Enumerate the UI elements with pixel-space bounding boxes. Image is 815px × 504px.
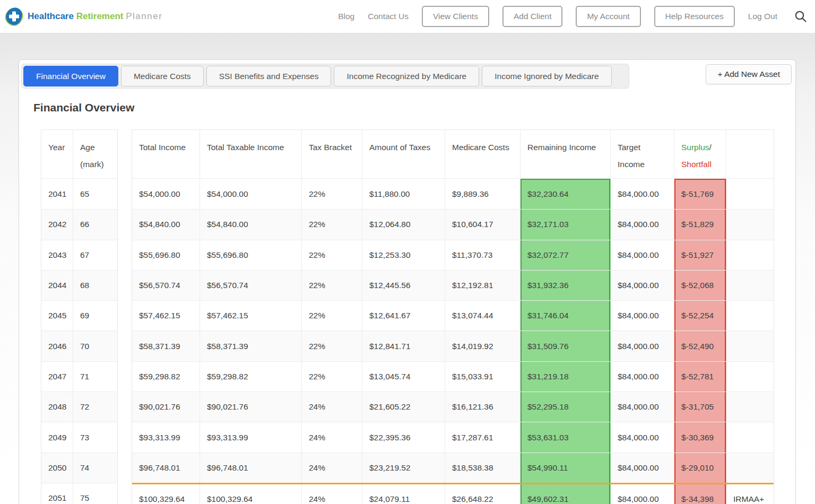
- year-cell: 2047: [41, 362, 73, 392]
- medicare-costs-cell: $16,121.36: [445, 392, 521, 422]
- surplus-shortfall-cell: $-31,705: [674, 392, 726, 422]
- note-cell: [726, 331, 774, 361]
- remaining-income-cell: $32,072.77: [521, 240, 611, 270]
- tab-income-recognized-by-medicare[interactable]: Income Recognized by Medicare: [334, 66, 479, 86]
- year-age-row-2045: 204569: [41, 300, 117, 331]
- surplus-shortfall-cell: $-30,369: [674, 422, 726, 452]
- surplus-shortfall-cell: $-52,490: [674, 331, 726, 361]
- search-icon[interactable]: [794, 10, 808, 23]
- tab-ssi-benefits-and-expenses[interactable]: SSI Benefits and Expenses: [206, 66, 332, 86]
- total-income-cell: $57,462.15: [132, 301, 200, 331]
- amount-of-taxes-cell: $23,219.52: [362, 453, 445, 483]
- total-income-cell: $96,748.01: [132, 453, 200, 483]
- tax-bracket-cell: 22%: [302, 362, 362, 392]
- target-income-cell: $84,000.00: [611, 453, 674, 483]
- amount-of-taxes-cell: $11,880.00: [362, 179, 445, 209]
- col-header-remaining-income: Remaining Income: [521, 130, 611, 178]
- table-row-2042: $54,840.00$54,840.0022%$12,064.80$10,604…: [132, 209, 774, 239]
- year-age-row-2051: 205175: [41, 483, 117, 504]
- year-age-row-2046: 204670: [41, 331, 117, 361]
- year-age-table-body: 2041652042662043672044682045692046702047…: [41, 179, 117, 504]
- tax-bracket-cell: 24%: [302, 392, 362, 422]
- total-taxable-income-cell: $57,462.15: [200, 301, 302, 331]
- target-income-cell: $84,000.00: [611, 301, 674, 331]
- age-cell: 75: [73, 483, 117, 504]
- age-cell: 69: [73, 301, 117, 331]
- add-client-button[interactable]: Add Client: [502, 6, 563, 27]
- tax-bracket-cell: 22%: [302, 271, 362, 300]
- brand-logo-icon: [4, 6, 24, 27]
- target-income-cell: $84,000.00: [611, 362, 674, 392]
- col-header-target-income: Target Income: [611, 130, 674, 178]
- surplus-shortfall-cell: $-34,398: [674, 484, 726, 504]
- medicare-costs-cell: $14,019.92: [445, 331, 521, 361]
- tab-income-ignored-by-medicare[interactable]: Income Ignored by Medicare: [482, 66, 611, 86]
- table-row-2051: $100,329.64$100,329.6424%$24,079.11$26,6…: [132, 483, 774, 504]
- target-income-cell: $84,000.00: [611, 422, 674, 452]
- table-row-2045: $57,462.15$57,462.1522%$12,641.67$13,074…: [132, 300, 774, 331]
- financial-data-table: Total Income Total Taxable Income Tax Br…: [132, 129, 774, 504]
- medicare-costs-cell: $18,538.38: [445, 453, 521, 483]
- table-row-2047: $59,298.82$59,298.8222%$13,045.74$15,033…: [132, 361, 774, 392]
- col-header-total-taxable-income: Total Taxable Income: [200, 130, 302, 178]
- my-account-button[interactable]: My Account: [576, 6, 640, 27]
- target-income-cell: $84,000.00: [611, 392, 674, 422]
- medicare-costs-cell: $17,287.61: [445, 422, 521, 452]
- total-income-cell: $56,570.74: [132, 271, 200, 300]
- medicare-costs-cell: $13,074.44: [445, 301, 521, 331]
- medicare-costs-cell: $10,604.17: [445, 210, 521, 239]
- remaining-income-cell: $53,631.03: [521, 422, 611, 452]
- surplus-shortfall-cell: $-52,781: [674, 362, 726, 392]
- year-cell: 2048: [41, 392, 73, 422]
- col-header-surplus-shortfall: Surplus/Shortfall: [674, 130, 726, 178]
- note-cell: [726, 392, 774, 422]
- amount-of-taxes-cell: $12,064.80: [362, 210, 445, 239]
- total-taxable-income-cell: $100,329.64: [200, 484, 302, 504]
- total-income-cell: $100,329.64: [132, 484, 200, 504]
- note-cell: [726, 240, 774, 270]
- view-clients-button[interactable]: View Clients: [422, 6, 489, 27]
- note-cell: [726, 422, 774, 452]
- medicare-costs-cell: $9,889.36: [445, 179, 521, 209]
- tab-medicare-costs[interactable]: Medicare Costs: [121, 66, 204, 86]
- age-cell: 68: [73, 271, 117, 300]
- note-cell: [726, 301, 774, 331]
- remaining-income-cell: $52,295.18: [521, 392, 611, 422]
- table-row-2046: $58,371.39$58,371.3922%$12,841.71$14,019…: [132, 331, 774, 361]
- amount-of-taxes-cell: $21,605.22: [362, 392, 445, 422]
- nav-link-contact-us[interactable]: Contact Us: [368, 12, 409, 21]
- financial-overview-tables: Year Age(mark) 2041652042662043672044682…: [41, 129, 774, 504]
- note-cell: [726, 453, 774, 483]
- note-cell: [726, 271, 774, 300]
- tax-bracket-cell: 22%: [302, 331, 362, 361]
- tab-strip: Financial Overview Medicare Costs SSI Be…: [21, 64, 629, 89]
- year-age-row-2049: 204973: [41, 422, 117, 452]
- nav-link-log-out[interactable]: Log Out: [748, 12, 777, 21]
- target-income-cell: $84,000.00: [611, 240, 674, 270]
- tab-financial-overview[interactable]: Financial Overview: [23, 66, 118, 86]
- remaining-income-cell: $31,746.04: [521, 301, 611, 331]
- nav-link-blog[interactable]: Blog: [338, 12, 354, 21]
- target-income-cell: $84,000.00: [611, 484, 674, 504]
- remaining-income-cell: $49,602.31: [521, 484, 611, 504]
- amount-of-taxes-cell: $12,445.56: [362, 271, 445, 300]
- year-age-row-2050: 205074: [41, 453, 117, 483]
- remaining-income-cell: $31,509.76: [521, 331, 611, 361]
- note-cell: [726, 179, 774, 209]
- col-header-notes: [726, 130, 774, 178]
- year-cell: 2044: [41, 271, 73, 300]
- year-cell: 2041: [41, 179, 73, 209]
- main-nav: Blog Contact Us View Clients Add Client …: [338, 6, 808, 27]
- surplus-shortfall-cell: $-29,010: [674, 453, 726, 483]
- brand-name: Healthcare Retirement Planner: [28, 11, 162, 22]
- note-cell: IRMAA+: [726, 484, 774, 504]
- remaining-income-cell: $31,219.18: [521, 362, 611, 392]
- add-new-asset-button[interactable]: + Add New Asset: [706, 64, 792, 84]
- surplus-shortfall-cell: $-51,927: [674, 240, 726, 270]
- tax-bracket-cell: 24%: [302, 422, 362, 452]
- age-cell: 67: [73, 240, 117, 270]
- content-card: Financial Overview Medicare Costs SSI Be…: [19, 59, 796, 504]
- age-cell: 71: [73, 362, 117, 392]
- help-resources-button[interactable]: Help Resources: [654, 6, 735, 27]
- age-cell: 73: [73, 422, 117, 452]
